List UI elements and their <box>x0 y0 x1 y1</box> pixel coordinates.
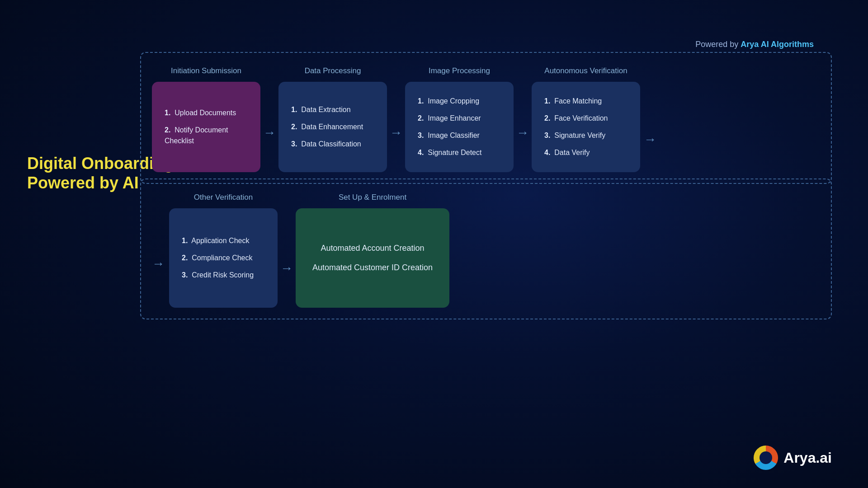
stage-image-label: Image Processing <box>429 66 490 75</box>
item-app-check: 1. Application Check <box>182 235 265 246</box>
item-credit-risk: 3. Credit Risk Scoring <box>182 270 265 281</box>
stage-other: Other Verification 1. Application Check … <box>169 193 278 308</box>
item-account-creation: Automated Account Creation <box>308 242 437 255</box>
item-enhancement: 2. Data Enhancement <box>291 122 374 132</box>
card-other: 1. Application Check 2. Compliance Check… <box>169 208 278 308</box>
arrow-right-out: → <box>640 92 656 147</box>
item-notify: 2. Notify Document Checklist <box>165 125 248 146</box>
item-face-matching: 1. Face Matching <box>544 96 627 107</box>
stage-other-label: Other Verification <box>194 193 253 202</box>
card-autonomous: 1. Face Matching 2. Face Verification 3.… <box>532 82 640 172</box>
stage-data-label: Data Processing <box>305 66 361 75</box>
item-cropping: 1. Image Cropping <box>418 96 501 107</box>
card-data: 1. Data Extraction 2. Data Enhancement 3… <box>278 82 387 172</box>
logo-text: Arya.ai <box>783 450 832 466</box>
item-signature-detect: 4. Signature Detect <box>418 147 501 158</box>
stage-autonomous: Autonomous Verification 1. Face Matching… <box>532 66 640 172</box>
item-data-verify: 4. Data Verify <box>544 147 627 158</box>
stage-setup: Set Up & Enrolment Automated Account Cre… <box>296 193 449 308</box>
item-classification: 3. Data Classification <box>291 139 374 150</box>
stage-autonomous-label: Autonomous Verification <box>544 66 627 75</box>
arrow-1-2: → <box>260 97 278 142</box>
item-face-verification: 2. Face Verification <box>544 113 627 124</box>
stage-image: Image Processing 1. Image Cropping 2. Im… <box>405 66 514 172</box>
card-image: 1. Image Cropping 2. Image Enhancer 3. I… <box>405 82 514 172</box>
item-extraction: 1. Data Extraction <box>291 104 374 115</box>
stage-setup-label: Set Up & Enrolment <box>339 193 406 202</box>
stage-data: Data Processing 1. Data Extraction 2. Da… <box>278 66 387 172</box>
card-setup: Automated Account Creation Automated Cus… <box>296 208 449 308</box>
item-classifier: 3. Image Classifier <box>418 130 501 141</box>
item-customer-id: Automated Customer ID Creation <box>308 261 437 274</box>
item-signature-verify: 3. Signature Verify <box>544 130 627 141</box>
arrow-5-6: → <box>278 225 296 276</box>
item-compliance: 2. Compliance Check <box>182 253 265 263</box>
stage-initiation-label: Initiation Submission <box>171 66 241 75</box>
arrow-2-3: → <box>387 97 405 142</box>
item-enhancer: 2. Image Enhancer <box>418 113 501 124</box>
arrow-3-4: → <box>514 97 532 142</box>
logo-circle <box>754 446 778 470</box>
stage-initiation: Initiation Submission 1. Upload Document… <box>152 66 260 172</box>
powered-by-label: Powered by Arya AI Algorithms <box>695 40 814 49</box>
arya-highlight: Arya AI Algorithms <box>741 40 814 49</box>
card-initiation: 1. Upload Documents 2. Notify Document C… <box>152 82 260 172</box>
title-line2: Powered by AI <box>27 174 139 192</box>
logo-block: Arya.ai <box>754 446 832 470</box>
item-upload: 1. Upload Documents <box>165 108 248 118</box>
arrow-left-in: → <box>152 230 169 271</box>
